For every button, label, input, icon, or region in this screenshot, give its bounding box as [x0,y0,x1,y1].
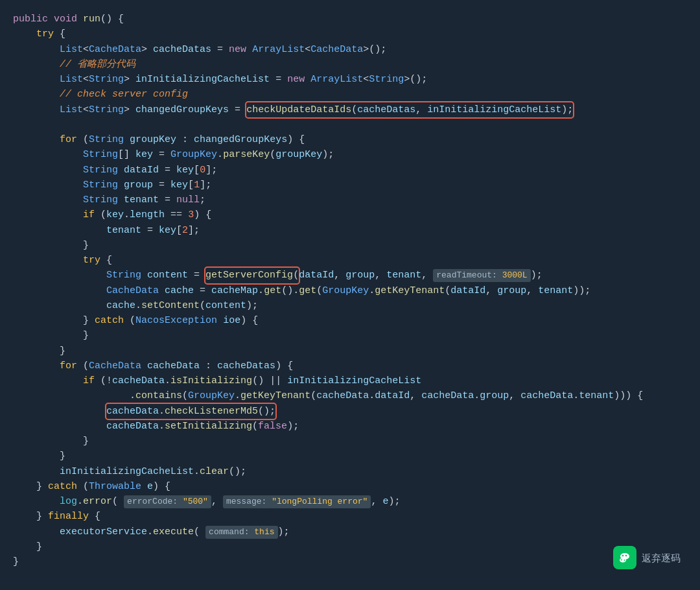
param-hint-errorcode: errorCode: "500" [124,495,211,508]
line-2: try { [13,27,687,41]
punct: { [60,27,65,41]
indent [13,207,83,222]
comment-omit: // 省略部分代码 [60,57,135,72]
line-11: String dataId = key[0]; [13,163,687,178]
indent [13,87,60,102]
indent [13,147,83,162]
indent [13,449,60,464]
punct: () { [100,12,124,27]
indent [13,328,83,343]
line-22: } [13,328,687,343]
line-4: // 省略部分代码 [13,57,687,72]
svg-point-6 [624,560,625,561]
line-18: String content = getServerConfig(dataId,… [13,268,687,283]
line-7: List<String> changedGroupKeys = checkUpd… [13,102,687,117]
line-10: String[] key = GroupKey.parseKey(groupKe… [13,147,687,162]
line-17: try { [13,253,687,268]
indent [13,479,36,494]
line-28: cacheData.setInitializing(false); [13,419,687,434]
line-14: if (key.length == 3) { [13,207,687,222]
brand-icon [613,546,636,569]
line-21: } catch (NacosException ioe) { [13,313,687,328]
indent [13,193,83,207]
line-26: .contains(GroupKey.getKeyTenant(cacheDat… [13,388,687,403]
indent [13,102,60,117]
param-hint-message: message: "longPolling error" [223,495,371,508]
keyword-new: new [229,42,252,57]
line-29: } [13,434,687,449]
indent [13,238,83,253]
indent [13,359,60,373]
param-hint-readtimeout: readTimeout: 3000L [433,269,530,282]
line-9: for (String groupKey : changedGroupKeys)… [13,132,687,147]
indent [13,57,60,72]
line-20: cache.setContent(content); [13,298,687,313]
line-12: String group = key[1]; [13,178,687,193]
line-27: cacheData.checkListenerMd5(); [13,404,687,419]
svg-point-3 [622,555,624,557]
keyword-public: public [13,12,54,27]
line-19: CacheData cache = cacheMap.get().get(Gro… [13,283,687,298]
line-37: } [13,554,687,569]
line-8 [13,117,687,132]
indent [13,268,106,283]
brand-bar: 返弃逐码 [613,546,681,569]
comment-check-server: // check server config [60,87,188,102]
line-36: } [13,539,687,554]
indent [13,72,60,87]
type-cachedata: CacheData [89,42,141,57]
indent [13,373,83,388]
line-16: } [13,238,687,253]
var-changedgroupkeys: changedGroupKeys [135,102,229,117]
indent [13,419,106,434]
indent [13,313,83,328]
line-33: log.error( errorCode: "500", message: "l… [13,494,687,509]
indent [13,509,36,524]
param-hint-command: command: this [205,526,277,539]
var-cachedatas: cacheDatas [153,42,211,57]
keyword-try: try [36,27,60,41]
line-25: if (!cacheData.isInitializing() || inIni… [13,373,687,388]
highlight-checklistenermd5: cacheData.checkListenerMd5(); [106,404,275,419]
keyword-for: for [60,132,83,147]
indent [13,253,83,268]
type-list2: List [60,72,83,87]
indent [13,178,83,193]
brand-text: 返弃逐码 [642,550,681,565]
method-run: run [83,12,100,27]
indent [13,525,60,539]
indent [13,434,83,449]
indent [13,132,60,147]
indent [13,298,106,313]
indent [13,388,130,403]
line-24: for (CacheData cacheData : cacheDatas) { [13,359,687,373]
line-6: // check server config [13,87,687,102]
line-35: executorService.execute( command: this); [13,525,687,539]
type-arraylist: ArrayList [252,42,305,57]
indent [13,223,106,238]
line-32: } catch (Throwable e) { [13,479,687,494]
indent [13,163,83,178]
line-31: inInitializingCacheList.clear(); [13,464,687,479]
highlight-checkupdate: checkUpdateDataIds(cacheDatas, inInitial… [246,102,573,117]
keyword-void: void [54,12,83,27]
line-30: } [13,449,687,464]
line-13: String tenant = null; [13,193,687,207]
indent [13,27,36,41]
indent [13,42,60,57]
var-ininitializingcachelist: inInitializingCacheList [135,72,270,87]
log-ref: log [60,494,77,509]
highlight-getserverconfig: getServerConfig( [205,268,299,283]
indent [13,283,106,298]
line-3: List<CacheData> cacheDatas = new ArrayLi… [13,42,687,57]
type-list: List [60,42,83,57]
line-34: } finally { [13,509,687,524]
line-23: } [13,344,687,359]
code-block: public void run() { try { List<CacheData… [0,0,700,581]
indent [13,344,60,359]
indent [13,494,60,509]
indent [13,464,60,479]
svg-point-4 [625,555,627,557]
line-1: public void run() { [13,12,687,27]
keyword-new2: new [287,72,310,87]
